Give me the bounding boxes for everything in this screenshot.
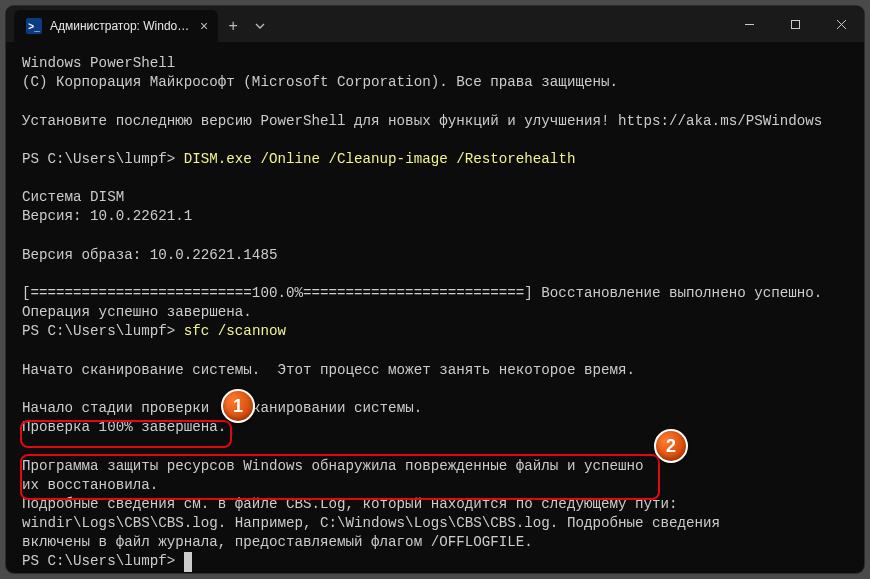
terminal-window: >_ Администратор: Windows Po × + Windows… <box>6 6 864 573</box>
text-line: Версия образа: 10.0.22621.1485 <box>22 247 277 263</box>
annotation-box-1 <box>20 420 232 448</box>
text-line: Установите последнюю версию PowerShell д… <box>22 113 822 129</box>
text-line: Операция успешно завершена. <box>22 304 252 320</box>
text-line: включены в файл журнала, предоставляемый… <box>22 534 533 550</box>
cursor <box>184 552 192 571</box>
text-line: Версия: 10.0.22621.1 <box>22 208 192 224</box>
tab-title: Администратор: Windows Po <box>50 19 190 33</box>
powershell-icon: >_ <box>26 18 42 34</box>
command-text: DISM.exe /Online /Cleanup-image /Restore… <box>184 151 576 167</box>
new-tab-button[interactable]: + <box>218 10 248 42</box>
prompt: PS C:\Users\lumpf> <box>22 151 184 167</box>
prompt: PS C:\Users\lumpf> <box>22 553 184 569</box>
annotation-badge-1: 1 <box>221 389 255 423</box>
minimize-button[interactable] <box>726 6 772 42</box>
svg-rect-1 <box>791 20 799 28</box>
text-line: Начато сканирование системы. Этот процес… <box>22 362 635 378</box>
prompt: PS C:\Users\lumpf> <box>22 323 184 339</box>
annotation-box-2 <box>20 454 660 500</box>
close-icon <box>836 19 847 30</box>
minimize-icon <box>744 19 755 30</box>
close-button[interactable] <box>818 6 864 42</box>
text-line: [==========================100.0%=======… <box>22 285 822 301</box>
annotation-badge-2: 2 <box>654 429 688 463</box>
tab-dropdown-button[interactable] <box>248 10 272 42</box>
text-line: windir\Logs\CBS\CBS.log. Например, C:\Wi… <box>22 515 720 531</box>
tab-close-button[interactable]: × <box>198 18 210 34</box>
maximize-button[interactable] <box>772 6 818 42</box>
tab-powershell[interactable]: >_ Администратор: Windows Po × <box>14 10 218 42</box>
text-line: Windows PowerShell <box>22 55 175 71</box>
text-line: Cистема DISM <box>22 189 124 205</box>
text-line: канировании системы. <box>252 400 422 416</box>
text-line: Начало стадии проверки <box>22 400 218 416</box>
titlebar: >_ Администратор: Windows Po × + <box>6 6 864 42</box>
maximize-icon <box>790 19 801 30</box>
chevron-down-icon <box>255 23 265 29</box>
command-text: sfc /scannow <box>184 323 286 339</box>
text-line: (C) Корпорация Майкрософт (Microsoft Cor… <box>22 74 618 90</box>
